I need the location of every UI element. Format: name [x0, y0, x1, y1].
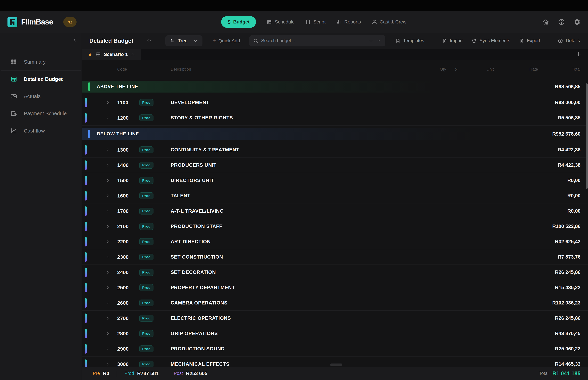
- phase-badge: Prod: [139, 208, 153, 214]
- table-row[interactable]: 2600 Prod CAMERA OPERATIONS R102 036,23: [82, 295, 588, 311]
- chevron-right-icon[interactable]: [106, 347, 110, 351]
- chevron-right-icon[interactable]: [106, 224, 110, 228]
- calendar-icon: [266, 19, 272, 25]
- templates-icon: [395, 38, 400, 43]
- nav-item-reports[interactable]: Reports: [336, 19, 361, 25]
- nav-item-schedule[interactable]: Schedule: [266, 19, 295, 25]
- close-icon[interactable]: [131, 52, 135, 57]
- horizontal-scrollbar[interactable]: [330, 363, 342, 366]
- export-button[interactable]: Export: [519, 38, 540, 43]
- row-code: 1100: [113, 100, 130, 105]
- search-input[interactable]: [261, 38, 366, 43]
- section-color-bar: [88, 130, 90, 138]
- table-row[interactable]: 2200 Prod ART DIRECTION R32 625,42: [82, 234, 588, 249]
- vertical-scrollbar[interactable]: [586, 83, 588, 189]
- table-row[interactable]: 1600 Prod TALENT R0,00: [82, 188, 588, 203]
- section-row[interactable]: ABOVE THE LINE R88 506,85: [82, 81, 588, 93]
- account-color-bar: [85, 145, 87, 155]
- account-color-bar: [85, 283, 87, 292]
- row-description: ELECTRIC OPERATIONS: [153, 315, 421, 321]
- table-row[interactable]: 2500 Prod PROPERTY DEPARTMENT R15 435,22: [82, 280, 588, 295]
- chevron-right-icon[interactable]: [106, 163, 110, 167]
- nav-item-cast-crew[interactable]: Cast & Crew: [372, 19, 406, 25]
- table-row[interactable]: 1700 Prod A-T-L TRAVEL/LIVING R0,00: [82, 203, 588, 219]
- chevron-right-icon[interactable]: [106, 178, 110, 183]
- brand-name: FilmBase: [21, 18, 53, 26]
- chevron-down-icon[interactable]: [377, 38, 381, 43]
- sidebar-item-payment-schedule[interactable]: Payment Schedule: [1, 105, 81, 122]
- chevron-right-icon[interactable]: [106, 285, 110, 290]
- row-code: 2800: [113, 331, 130, 337]
- help-icon[interactable]: [558, 19, 565, 25]
- scenario-tabbar: ★ Scenario 1: [82, 49, 588, 60]
- view-mode-dropdown[interactable]: Tree: [165, 35, 203, 46]
- chevron-right-icon[interactable]: [106, 362, 110, 366]
- chevron-right-icon[interactable]: [106, 240, 110, 244]
- chevron-right-icon[interactable]: [106, 316, 110, 321]
- table-row[interactable]: 2900 Prod PRODUCTION SOUND R25 060,22: [82, 341, 588, 357]
- chevron-right-icon[interactable]: [106, 331, 110, 336]
- chevron-right-icon[interactable]: [106, 148, 110, 152]
- chevron-right-icon[interactable]: [106, 255, 110, 259]
- account-color-bar: [85, 344, 87, 354]
- sidebar-collapse-icon[interactable]: [72, 38, 77, 43]
- row-code: 2500: [113, 285, 130, 290]
- chevron-right-icon[interactable]: [106, 209, 110, 213]
- workspace-badge[interactable]: bz: [63, 17, 76, 27]
- page-title: Detailed Budget: [89, 38, 133, 44]
- chevron-right-icon[interactable]: [106, 270, 110, 275]
- import-button[interactable]: Import: [442, 38, 463, 43]
- add-scenario-button[interactable]: [575, 51, 582, 58]
- nav-item-script[interactable]: Script: [305, 19, 326, 25]
- phase-badge: Prod: [139, 330, 153, 337]
- section-row[interactable]: BELOW THE LINE R952 678,60: [82, 128, 588, 140]
- chevron-right-icon[interactable]: [106, 116, 110, 120]
- home-icon[interactable]: [542, 19, 549, 25]
- columns-expand-icon[interactable]: [147, 38, 152, 43]
- row-code: 2100: [113, 224, 130, 229]
- templates-button[interactable]: Templates: [395, 38, 424, 43]
- table-row[interactable]: 1200 Prod STORY & OTHER RIGHTS R5 506,85: [82, 110, 588, 126]
- details-button[interactable]: Details: [558, 38, 580, 43]
- table-row[interactable]: 1300 Prod CONTINUITY & TREATMENT R4 422,…: [82, 142, 588, 157]
- phase-badge: Prod: [139, 300, 153, 306]
- section-total: R952 678,60: [552, 131, 581, 137]
- phase-badge: Prod: [139, 177, 153, 184]
- settings-icon[interactable]: [574, 19, 581, 25]
- table-row[interactable]: 1500 Prod DIRECTORS UNIT R0,00: [82, 173, 588, 188]
- chevron-right-icon[interactable]: [106, 301, 110, 305]
- account-color-bar: [85, 98, 87, 107]
- filter-icon[interactable]: [369, 38, 374, 43]
- table-row[interactable]: 2100 Prod PRODUCTION STAFF R100 522,86: [82, 219, 588, 234]
- account-color-bar: [85, 176, 87, 185]
- sync-elements-button[interactable]: Sync Elements: [472, 38, 510, 43]
- row-code: 1200: [113, 115, 130, 121]
- table-row[interactable]: 2300 Prod SET CONSTRUCTION R7 873,76: [82, 249, 588, 265]
- phase-badge: Prod: [139, 162, 153, 169]
- nav-item-budget[interactable]: $ Budget: [221, 16, 256, 28]
- star-icon[interactable]: ★: [88, 52, 93, 57]
- row-description: PROPERTY DEPARTMENT: [153, 285, 421, 290]
- row-description: CONTINUITY & TREATMENT: [153, 147, 421, 152]
- prod-total: Prod R787 581: [124, 371, 159, 376]
- table-row[interactable]: 2800 Prod GRIP OPERATIONS R43 870,45: [82, 326, 588, 341]
- row-code: 1500: [113, 178, 130, 183]
- sidebar-item-actuals[interactable]: Actuals: [1, 88, 81, 105]
- sidebar-item-detailed-budget[interactable]: Detailed Budget: [1, 71, 81, 88]
- table-row[interactable]: 2400 Prod SET DECORATION R26 245,86: [82, 265, 588, 280]
- tab-scenario-1[interactable]: ★ Scenario 1: [82, 49, 141, 60]
- sidebar-item-summary[interactable]: Summary: [1, 53, 81, 71]
- table-row[interactable]: 1400 Prod PRODUCERS UNIT R4 422,38: [82, 157, 588, 173]
- quick-add-button[interactable]: + Quick Add: [212, 38, 240, 44]
- chevron-right-icon[interactable]: [106, 100, 110, 105]
- row-code: 1300: [113, 147, 130, 153]
- sidebar-item-cashflow[interactable]: Cashflow: [1, 122, 81, 139]
- table-row[interactable]: 2700 Prod ELECTRIC OPERATIONS R26 245,86: [82, 311, 588, 326]
- details-icon: [558, 38, 563, 43]
- sidebar-menu: Summary Detailed Budget Actuals: [0, 33, 82, 139]
- row-code: 2300: [113, 254, 130, 260]
- primary-nav: $ Budget Schedule Script: [221, 11, 406, 33]
- table-row[interactable]: 1100 Prod DEVELOPMENT R83 000,00: [82, 95, 588, 110]
- phase-badge: Prod: [139, 345, 153, 352]
- chevron-right-icon[interactable]: [106, 193, 110, 198]
